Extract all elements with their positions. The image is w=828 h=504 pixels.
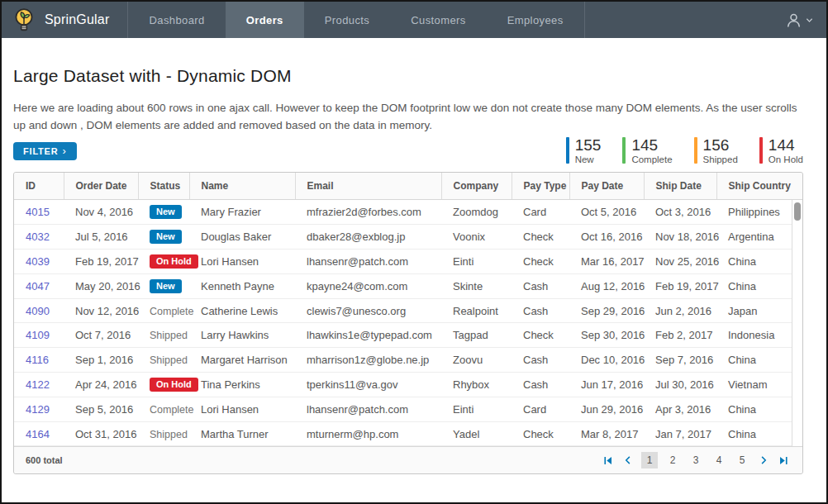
stat-item: 145 Complete <box>622 137 672 164</box>
cell-order-date: Oct 7, 2016 <box>64 323 138 348</box>
order-id-link[interactable]: 4047 <box>26 280 50 292</box>
vertical-scrollbar-track[interactable] <box>792 200 802 446</box>
filter-button[interactable]: FILTER › <box>13 142 77 160</box>
order-id-link[interactable]: 4122 <box>26 378 50 391</box>
cell-pay-type: Check <box>512 421 569 446</box>
column-header[interactable]: Pay Type <box>512 173 569 199</box>
cell-ship-date: Oct 3, 2016 <box>644 200 716 225</box>
brand[interactable]: SprinGular <box>2 2 127 38</box>
cell-ship-date: Feb 19, 2017 <box>644 273 716 298</box>
pagination-page[interactable]: 4 <box>711 452 727 468</box>
cell-company: Zoomdog <box>441 200 512 225</box>
stat-value: 156 <box>703 137 738 153</box>
pagination-page[interactable]: 2 <box>664 452 681 468</box>
cell-id: 4109 <box>14 323 64 348</box>
order-id-link[interactable]: 4109 <box>26 329 50 341</box>
column-header[interactable]: ID <box>14 173 64 199</box>
pagination-page[interactable]: 5 <box>734 452 750 468</box>
cell-status: On Hold <box>138 250 189 274</box>
cell-pay-date: Dec 10, 2016 <box>569 348 644 373</box>
column-header[interactable]: Order Date <box>64 173 138 199</box>
status-badge: Shipped <box>150 354 188 366</box>
cell-ship-country: China <box>716 250 792 274</box>
order-id-link[interactable]: 4090 <box>26 305 50 317</box>
cell-pay-type: Cash <box>512 298 569 323</box>
nav-tab[interactable]: Customers <box>390 2 486 38</box>
cell-company: Rhybox <box>441 373 512 397</box>
status-badge: New <box>150 205 182 219</box>
nav-tab[interactable]: Orders <box>226 2 304 38</box>
order-id-link[interactable]: 4039 <box>26 255 50 268</box>
column-header[interactable]: Status <box>138 173 189 199</box>
table-row: 4109 Oct 7, 2016 Shipped Larry Hawkins l… <box>14 323 792 348</box>
cell-name: Martha Turner <box>189 421 295 446</box>
pagination-next-button[interactable] <box>757 454 770 467</box>
pagination-page[interactable]: 3 <box>688 452 704 468</box>
order-id-link[interactable]: 4164 <box>26 428 50 440</box>
cell-ship-date: Feb 2, 2017 <box>644 323 716 348</box>
stat-item: 155 New <box>566 137 602 164</box>
cell-email: mfrazier2d@forbes.com <box>295 200 441 225</box>
cell-pay-type: Check <box>512 323 569 348</box>
stat-item: 156 Shipped <box>694 137 738 164</box>
cell-pay-type: Card <box>512 397 569 421</box>
cell-email: tperkins11@va.gov <box>295 373 441 397</box>
column-header[interactable]: Pay Date <box>569 173 644 199</box>
orders-datagrid: ID Order Date Status Name Email Company … <box>13 172 803 474</box>
cell-id: 4047 <box>14 273 64 298</box>
order-id-link[interactable]: 4032 <box>26 231 50 243</box>
pagination-first-button[interactable] <box>601 454 615 468</box>
status-badge: On Hold <box>150 254 198 269</box>
cell-id: 4122 <box>14 373 64 397</box>
status-badge: New <box>150 230 182 244</box>
cell-status: Complete <box>138 298 189 323</box>
cell-pay-date: Mar 16, 2017 <box>569 250 644 274</box>
cell-id: 4015 <box>14 200 64 225</box>
stat-label: Shipped <box>703 155 738 164</box>
column-header[interactable]: Company <box>441 173 512 199</box>
cell-company: Yadel <box>441 421 512 446</box>
cell-order-date: Nov 4, 2016 <box>64 200 138 225</box>
cell-ship-country: Indonesia <box>716 323 792 348</box>
stat-value: 144 <box>769 137 803 153</box>
cell-ship-country: Japan <box>716 298 792 323</box>
cell-ship-country: Philippines <box>716 200 792 225</box>
column-header[interactable]: Ship Date <box>644 173 716 199</box>
table-row: 4116 Sep 1, 2016 Shipped Margaret Harris… <box>14 348 792 373</box>
user-menu-button[interactable] <box>785 2 826 38</box>
cell-ship-date: Jan 7, 2017 <box>644 421 716 446</box>
column-header[interactable]: Name <box>189 173 295 199</box>
pagination-last-button[interactable] <box>777 454 791 468</box>
cell-pay-date: Sep 30, 2016 <box>569 323 644 348</box>
cell-pay-date: Aug 12, 2016 <box>569 273 644 298</box>
column-header[interactable]: Email <box>295 173 441 199</box>
stat-label: Complete <box>631 155 672 164</box>
nav-tab[interactable]: Products <box>304 2 391 38</box>
pagination-page[interactable]: 1 <box>641 452 658 468</box>
order-id-link[interactable]: 4116 <box>26 354 49 366</box>
cell-order-date: Apr 24, 2016 <box>64 373 138 397</box>
page-title: Large Dataset with - Dynamic DOM <box>13 66 803 86</box>
nav-tab[interactable]: Employees <box>487 2 584 38</box>
page-content: Large Dataset with - Dynamic DOM Here we… <box>2 66 826 474</box>
order-id-link[interactable]: 4015 <box>26 206 50 218</box>
cell-order-date: Jul 5, 2016 <box>64 225 138 250</box>
user-icon <box>785 12 802 29</box>
cell-status: Shipped <box>138 348 189 373</box>
cell-pay-type: Check <box>512 250 569 274</box>
cell-pay-date: Mar 8, 2017 <box>569 421 644 446</box>
vertical-scrollbar-thumb[interactable] <box>794 202 801 221</box>
order-id-link[interactable]: 4129 <box>26 403 50 416</box>
nav-tab[interactable]: Dashboard <box>128 2 225 38</box>
pagination-prev-button[interactable] <box>621 454 635 467</box>
cell-pay-date: Sep 29, 2016 <box>569 298 644 323</box>
cell-name: Catherine Lewis <box>189 298 295 323</box>
table-row: 4164 Oct 31, 2016 Shipped Martha Turner … <box>14 421 792 446</box>
cell-email: clewis7@unesco.org <box>295 298 441 323</box>
top-nav: SprinGular Dashboard Orders Products Cus… <box>2 2 826 38</box>
status-stats: 155 New 145 Complete 156 <box>566 137 803 164</box>
table-row: 4047 May 20, 2016 New Kenneth Payne kpay… <box>14 273 792 298</box>
cell-ship-country: Argentina <box>716 225 792 250</box>
cell-pay-date: Oct 16, 2016 <box>569 225 644 250</box>
column-header[interactable]: Ship Country <box>716 173 792 199</box>
